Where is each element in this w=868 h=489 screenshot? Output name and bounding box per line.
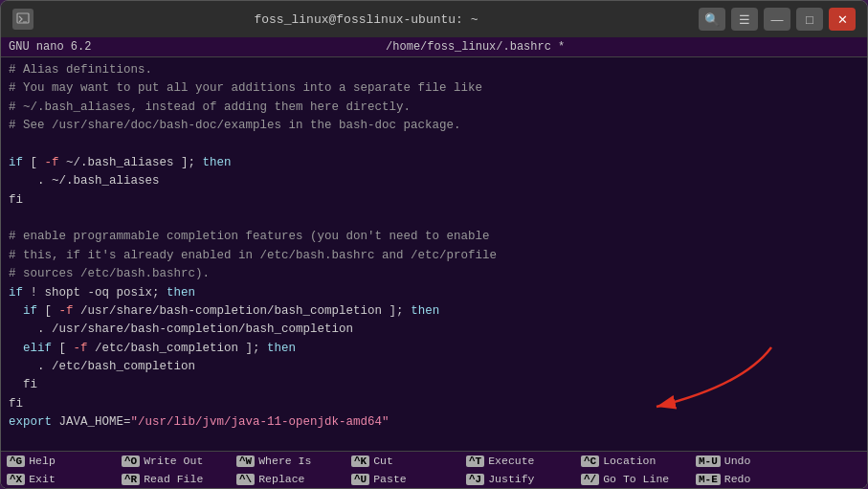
shortcut-write-out: ^O Write Out [116,454,231,468]
shortcut-replace: ^\ Replace [231,472,345,486]
search-button[interactable]: 🔍 [699,8,725,31]
title-bar: foss_linux@fosslinux-ubuntu: ~ 🔍 ☰ — □ ✕ [1,1,867,37]
shortcut-label-replace: Replace [258,473,304,485]
shortcut-key-exit: ^X [7,474,25,485]
shortcut-label-justify: Justify [488,473,534,485]
shortcut-execute: ^T Execute [460,454,575,468]
code-line-5 [9,136,859,154]
close-button[interactable]: ✕ [829,8,856,31]
shortcut-paste: ^U Paste [345,472,460,486]
shortcut-label-read: Read File [144,473,203,485]
shortcut-where-is: ^W Where Is [231,454,345,468]
shortcut-cut: ^K Cut [345,454,460,468]
title-bar-controls: 🔍 ☰ — □ ✕ [699,8,856,31]
code-line-17: . /etc/bash_completion [9,358,859,376]
shortcut-label-execute: Execute [488,455,534,467]
nano-version: GNU nano 6.2 [9,40,91,54]
code-line-6: if [ -f ~/.bash_aliases ]; then [9,154,859,172]
shortcut-key-read: ^R [122,474,140,485]
shortcut-undo: M-U Undo [690,454,805,468]
code-line-13: if ! shopt -oq posix; then [9,284,859,302]
code-area[interactable]: # Alias definitions. # You may want to p… [1,57,867,451]
code-line-8: fi [9,191,859,210]
shortcut-label-help: Help [29,455,56,467]
code-line-12: # sources /etc/bash.bashrc). [9,265,859,283]
shortcut-read-file: ^R Read File [116,472,231,486]
code-line-16: elif [ -f /etc/bash_completion ]; then [9,340,859,358]
editor-area: GNU nano 6.2 /home/foss_linux/.bashrc * … [1,37,867,488]
window-title: foss_linux@fosslinux-ubuntu: ~ [33,12,699,27]
shortcut-key-where: ^W [236,456,255,467]
terminal-icon [12,9,33,30]
code-line-10: # enable programmable completion feature… [9,228,859,246]
code-line-14: if [ -f /usr/share/bash-completion/bash_… [9,302,859,321]
shortcut-key-justify: ^J [466,474,484,485]
minimize-button[interactable]: — [764,8,790,31]
shortcut-exit: ^X Exit [1,472,116,486]
shortcut-key-location: ^C [581,456,599,467]
title-bar-left [12,9,33,30]
code-line-15: . /usr/share/bash-completion/bash_comple… [9,321,859,339]
code-line-7: . ~/.bash_aliases [9,172,859,190]
nano-filepath: /home/foss_linux/.bashrc * [386,40,565,54]
shortcut-key-goto: ^/ [581,474,599,485]
shortcut-label-undo: Undo [724,455,751,467]
code-line-18: fi [9,376,859,394]
shortcut-label-exit: Exit [29,473,56,485]
code-line-2: # You may want to put all your additions… [9,79,859,98]
shortcut-location: ^C Location [575,454,690,468]
shortcut-key-replace: ^\ [236,474,255,485]
code-line-11: # this, if it's already enabled in /etc/… [9,247,859,265]
shortcut-redo: M-E Redo [690,472,805,486]
shortcuts-row-2: ^X Exit ^R Read File ^\ Replace ^U Paste… [1,470,867,488]
shortcut-label-cut: Cut [373,455,393,467]
code-line-20: export JAVA_HOME="/usr/lib/jvm/java-11-o… [9,413,859,432]
nano-shortcuts: ^G Help ^O Write Out ^W Where Is ^K Cut … [1,451,867,488]
shortcut-label-where: Where Is [258,455,311,467]
code-line-1: # Alias definitions. [9,61,859,79]
shortcut-key-write: ^O [122,456,140,467]
shortcuts-row-1: ^G Help ^O Write Out ^W Where Is ^K Cut … [1,452,867,470]
maximize-button[interactable]: □ [796,8,823,31]
shortcut-key-help: ^G [7,456,25,467]
shortcut-key-execute: ^T [466,456,484,467]
code-line-4: # See /usr/share/doc/bash-doc/examples i… [9,117,859,135]
shortcut-help: ^G Help [1,454,116,468]
shortcut-key-paste: ^U [351,474,369,485]
code-line-9 [9,210,859,228]
code-line-3: # ~/.bash_aliases, instead of adding the… [9,99,859,117]
shortcut-key-redo: M-E [696,474,721,485]
terminal-window: foss_linux@fosslinux-ubuntu: ~ 🔍 ☰ — □ ✕… [0,0,868,489]
shortcut-label-paste: Paste [373,473,407,485]
nano-header: GNU nano 6.2 /home/foss_linux/.bashrc * [1,37,867,57]
shortcut-justify: ^J Justify [460,472,575,486]
menu-button[interactable]: ☰ [731,8,758,31]
shortcut-label-redo: Redo [724,473,751,485]
shortcut-key-undo: M-U [696,456,721,467]
shortcut-key-cut: ^K [351,456,369,467]
shortcut-label-location: Location [603,455,656,467]
code-line-19: fi [9,395,859,413]
shortcut-label-goto: Go To Line [603,473,669,485]
shortcut-go-to-line: ^/ Go To Line [575,472,690,486]
shortcut-label-write: Write Out [144,455,203,467]
